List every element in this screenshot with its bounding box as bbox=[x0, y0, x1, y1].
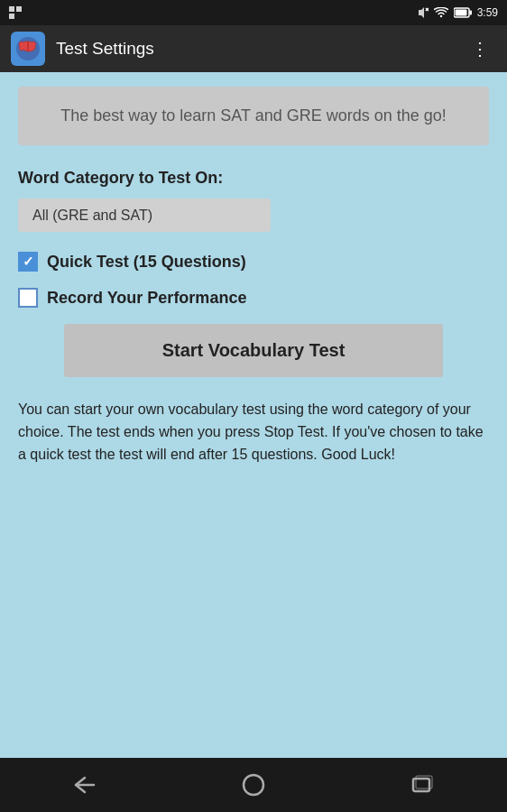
record-performance-row[interactable]: Record Your Performance bbox=[18, 288, 489, 308]
menu-button[interactable]: ⋮ bbox=[464, 34, 496, 63]
svg-rect-7 bbox=[469, 11, 472, 15]
quick-test-label: Quick Test (15 Questions) bbox=[47, 253, 246, 272]
svg-rect-1 bbox=[16, 6, 22, 12]
word-category-label: Word Category to Test On: bbox=[18, 169, 489, 188]
record-performance-label: Record Your Performance bbox=[47, 289, 246, 308]
back-button[interactable] bbox=[62, 767, 107, 803]
record-performance-checkbox[interactable] bbox=[18, 288, 38, 308]
quick-test-checkbox[interactable] bbox=[18, 252, 38, 272]
brain-logo-icon bbox=[14, 35, 41, 62]
word-category-dropdown[interactable]: All (GRE and SAT) GRE Only SAT Only bbox=[18, 198, 271, 232]
recents-button[interactable] bbox=[400, 767, 445, 803]
svg-rect-2 bbox=[9, 14, 14, 19]
svg-point-12 bbox=[244, 775, 263, 795]
status-bar-left bbox=[9, 6, 23, 19]
app-logo bbox=[11, 32, 45, 66]
banner: The best way to learn SAT and GRE words … bbox=[18, 87, 489, 145]
android-icon bbox=[9, 6, 23, 19]
home-button[interactable] bbox=[231, 767, 276, 803]
svg-rect-8 bbox=[455, 10, 466, 16]
status-bar: 3:59 bbox=[0, 0, 507, 25]
svg-marker-3 bbox=[419, 7, 424, 18]
time-display: 3:59 bbox=[477, 6, 498, 19]
recents-icon bbox=[411, 775, 433, 795]
back-icon bbox=[72, 774, 97, 796]
svg-rect-0 bbox=[9, 6, 14, 12]
home-icon bbox=[242, 773, 265, 797]
status-bar-right: 3:59 bbox=[418, 6, 498, 19]
nav-bar bbox=[0, 758, 507, 812]
start-vocabulary-test-button[interactable]: Start Vocabulary Test bbox=[64, 324, 443, 377]
description-text: You can start your own vocabulary test u… bbox=[18, 399, 489, 466]
toolbar: Test Settings ⋮ bbox=[0, 25, 507, 72]
banner-text: The best way to learn SAT and GRE words … bbox=[60, 106, 447, 125]
battery-icon bbox=[454, 7, 472, 18]
mute-icon bbox=[418, 6, 429, 19]
quick-test-row[interactable]: Quick Test (15 Questions) bbox=[18, 252, 489, 272]
main-content: The best way to learn SAT and GRE words … bbox=[0, 72, 507, 758]
wifi-icon bbox=[434, 7, 448, 18]
toolbar-title: Test Settings bbox=[56, 39, 464, 59]
